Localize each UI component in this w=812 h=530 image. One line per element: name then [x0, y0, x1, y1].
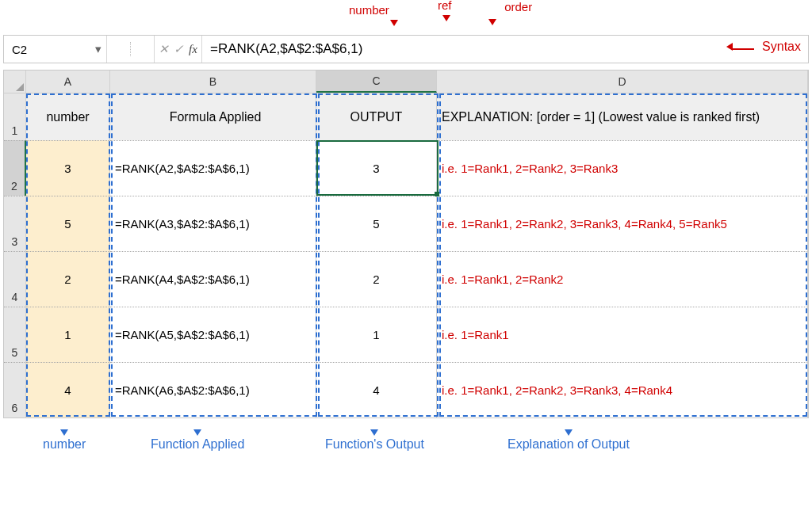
- arrow-down-icon: [151, 425, 244, 437]
- row-header-5[interactable]: 5: [4, 307, 26, 362]
- chevron-down-icon[interactable]: ▾: [95, 42, 102, 56]
- table-row: 6 4 =RANK(A6,$A$2:$A$6,1) 4 i.e. 1=Rank1…: [4, 362, 808, 418]
- cell-number[interactable]: 2: [26, 251, 110, 307]
- cell-formula[interactable]: =RANK(A4,$A$2:$A$6,1): [110, 251, 316, 307]
- annotation-order-label: order: [504, 0, 532, 13]
- formula-input[interactable]: =RANK(A2,$A$2:$A$6,1): [202, 36, 808, 63]
- annotation-col-out: Function's Output: [325, 425, 424, 452]
- table-row: 3 5 =RANK(A3,$A$2:$A$6,1) 5 i.e. 1=Rank1…: [4, 196, 808, 251]
- row-header-6[interactable]: 6: [4, 362, 26, 418]
- formula-controls: [107, 36, 155, 63]
- header-row: 1 number Formula Applied OUTPUT EXPLANAT…: [4, 93, 808, 140]
- arrow-down-icon: [325, 425, 424, 437]
- select-all-icon: [16, 83, 24, 91]
- annotation-syntax: Syntax: [732, 40, 801, 54]
- arrow-down-icon: [390, 15, 398, 29]
- name-box[interactable]: C2 ▾: [4, 36, 107, 63]
- annotation-col-out-label: Function's Output: [325, 437, 424, 451]
- confirm-icon[interactable]: ✓: [174, 42, 184, 56]
- cell-number[interactable]: 3: [26, 140, 110, 196]
- header-output[interactable]: OUTPUT: [316, 93, 437, 140]
- cell-explanation[interactable]: i.e. 1=Rank1, 2=Rank2, 3=Rank3: [437, 140, 808, 196]
- arrow-down-icon: [442, 10, 452, 24]
- select-all-corner[interactable]: [4, 71, 26, 93]
- arrow-left-icon: [732, 40, 754, 54]
- row-header-2[interactable]: 2: [4, 140, 26, 196]
- cell-explanation[interactable]: i.e. 1=Rank1, 2=Rank2, 3=Rank3, 4=Rank4,…: [437, 196, 808, 251]
- divider: [130, 42, 131, 56]
- cell-output[interactable]: 5: [316, 196, 437, 251]
- annotation-col-number-label: number: [43, 437, 86, 451]
- row-header-1[interactable]: 1: [4, 93, 26, 140]
- formula-actions: ✕ ✓ fx: [155, 36, 202, 63]
- header-formula[interactable]: Formula Applied: [110, 93, 316, 140]
- table-row: 4 2 =RANK(A4,$A$2:$A$6,1) 2 i.e. 1=Rank1…: [4, 251, 808, 307]
- annotation-col-func: Function Applied: [151, 425, 244, 452]
- row-header-4[interactable]: 4: [4, 251, 26, 307]
- annotation-col-exp-label: Explanation of Output: [508, 437, 630, 451]
- annotation-col-func-label: Function Applied: [151, 437, 244, 451]
- cell-formula[interactable]: =RANK(A2,$A$2:$A$6,1): [110, 140, 316, 196]
- cell-number[interactable]: 5: [26, 196, 110, 251]
- name-box-value: C2: [12, 43, 27, 56]
- cell-output[interactable]: 2: [316, 251, 437, 307]
- col-header-a[interactable]: A: [26, 71, 110, 93]
- table-row: 5 1 =RANK(A5,$A$2:$A$6,1) 1 i.e. 1=Rank1: [4, 307, 808, 362]
- cell-output[interactable]: 3: [316, 140, 437, 196]
- annotation-ref: ref: [438, 0, 452, 24]
- formula-bar: C2 ▾ ✕ ✓ fx =RANK(A2,$A$2:$A$6,1): [3, 35, 809, 63]
- spreadsheet: A B C D 1 number Formula Applied OUTPUT …: [3, 70, 809, 418]
- annotation-syntax-label: Syntax: [762, 40, 801, 54]
- cell-number[interactable]: 4: [26, 362, 110, 418]
- col-header-c[interactable]: C: [316, 71, 437, 93]
- arrow-down-icon: [488, 14, 496, 28]
- cell-formula[interactable]: =RANK(A5,$A$2:$A$6,1): [110, 307, 316, 362]
- arrow-down-icon: [43, 425, 86, 437]
- cell-explanation[interactable]: i.e. 1=Rank1: [437, 307, 808, 362]
- annotation-col-number: number: [43, 425, 86, 452]
- annotation-col-exp: Explanation of Output: [508, 425, 630, 452]
- cell-formula[interactable]: =RANK(A3,$A$2:$A$6,1): [110, 196, 316, 251]
- cell-output[interactable]: 1: [316, 307, 437, 362]
- cell-formula[interactable]: =RANK(A6,$A$2:$A$6,1): [110, 362, 316, 418]
- col-header-b[interactable]: B: [110, 71, 316, 93]
- annotation-order: order: [490, 3, 532, 17]
- column-header-row: A B C D: [4, 71, 808, 93]
- row-header-3[interactable]: 3: [4, 196, 26, 251]
- header-number[interactable]: number: [26, 93, 110, 140]
- cell-number[interactable]: 1: [26, 307, 110, 362]
- annotation-number: number: [349, 3, 398, 29]
- fx-icon[interactable]: fx: [189, 43, 197, 56]
- table-row: 2 3 =RANK(A2,$A$2:$A$6,1) 3 i.e. 1=Rank1…: [4, 140, 808, 196]
- header-explanation[interactable]: EXPLANATION: [order = 1] (Lowest value i…: [437, 93, 808, 140]
- cell-explanation[interactable]: i.e. 1=Rank1, 2=Rank2, 3=Rank3, 4=Rank4: [437, 362, 808, 418]
- formula-text: =RANK(A2,$A$2:$A$6,1): [210, 41, 362, 57]
- cancel-icon[interactable]: ✕: [159, 42, 169, 56]
- col-header-d[interactable]: D: [437, 71, 808, 93]
- cell-explanation[interactable]: i.e. 1=Rank1, 2=Rank2: [437, 251, 808, 307]
- arrow-down-icon: [508, 425, 630, 437]
- cell-output[interactable]: 4: [316, 362, 437, 418]
